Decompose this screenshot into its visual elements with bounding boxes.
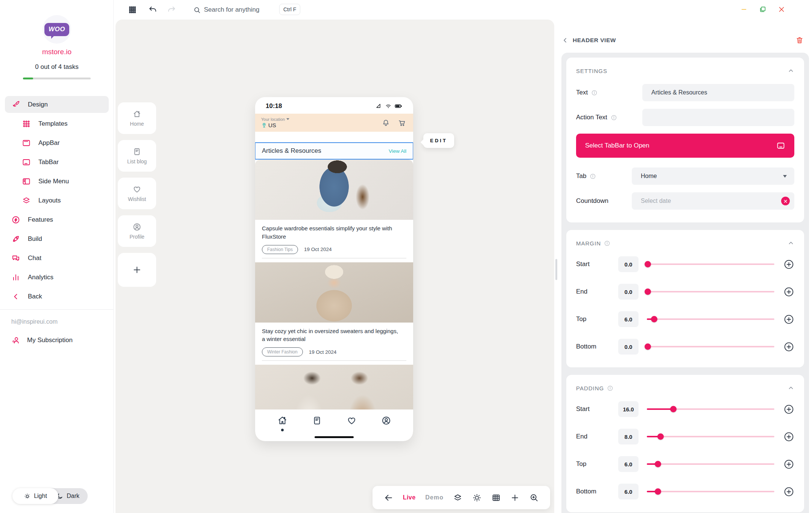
margin-start-slider[interactable] [647, 263, 774, 265]
workspace-name[interactable]: mstore.io [0, 48, 114, 56]
bell-icon[interactable] [382, 119, 390, 127]
tab-select[interactable]: Home [632, 167, 794, 185]
sidebar-item-design[interactable]: Design [0, 95, 114, 114]
trash-icon[interactable] [795, 36, 804, 44]
arrow-left-icon[interactable] [384, 493, 393, 502]
live-mode-button[interactable]: Live [403, 494, 416, 501]
panel-resize-handle[interactable] [555, 259, 557, 280]
slider-thumb[interactable] [645, 261, 651, 268]
theme-dark-label: Dark [67, 493, 79, 499]
close-icon[interactable] [777, 5, 786, 14]
slider-thumb[interactable] [645, 289, 651, 295]
plus-circle-icon[interactable] [783, 314, 794, 325]
sidebar-item-chat[interactable]: Chat [0, 248, 114, 268]
chevron-up-icon[interactable] [788, 385, 794, 391]
sidebar-item-my-subscription[interactable]: My Subscription [0, 331, 114, 349]
search-input[interactable]: Search for anything [204, 6, 259, 14]
phone-location-bar: Your location US [255, 114, 413, 132]
sidebar-item-appbar[interactable]: AppBar [0, 133, 114, 152]
design-canvas: Home List blog Wishlist Profile 10:18 [116, 20, 554, 513]
plus-circle-icon[interactable] [783, 486, 794, 497]
nav-wishlist-tab[interactable] [347, 416, 357, 426]
signal-icon [376, 103, 382, 110]
sidebar-item-layouts[interactable]: Layouts [0, 191, 114, 210]
nav-blog-tab[interactable] [312, 416, 322, 426]
home-indicator [315, 436, 354, 438]
margin-heading: MARGIN [576, 240, 601, 247]
minimize-icon[interactable] [740, 5, 748, 14]
margin-top-slider[interactable] [647, 318, 774, 320]
tab-field-label: Tab [576, 172, 586, 180]
padding-bottom-slider[interactable] [647, 491, 774, 492]
article-card[interactable]: Stay cozy yet chic in oversized sweaters… [255, 262, 413, 365]
text-field-input[interactable] [642, 84, 794, 101]
slider-thumb[interactable] [670, 406, 677, 413]
plus-circle-icon[interactable] [783, 259, 794, 270]
sidebar-item-features[interactable]: Features [0, 210, 114, 229]
padding-end-slider[interactable] [647, 436, 774, 437]
back-chevron-icon[interactable] [561, 37, 569, 44]
tasks-progress-bar [23, 78, 91, 79]
sidebar-item-side-menu[interactable]: Side Menu [0, 172, 114, 191]
plus-circle-icon[interactable] [783, 459, 794, 470]
slider-thumb[interactable] [655, 461, 661, 467]
header-view-widget[interactable]: Articles & Resources View All [255, 142, 413, 160]
sidebar-item-tabbar[interactable]: TabBar [0, 152, 114, 172]
padding-top-slider[interactable] [647, 463, 774, 465]
article-title: Stay cozy yet chic in oversized sweaters… [262, 327, 401, 344]
plus-circle-icon[interactable] [783, 286, 794, 297]
clear-date-icon[interactable]: ✕ [781, 197, 790, 206]
tab-select-value: Home [641, 173, 657, 180]
home-icon [277, 416, 287, 426]
palette-profile-button[interactable]: Profile [118, 215, 156, 247]
demo-mode-button[interactable]: Demo [425, 494, 443, 501]
chevron-down-icon [286, 118, 289, 122]
chevron-up-icon[interactable] [788, 67, 794, 74]
slider-thumb[interactable] [651, 316, 657, 323]
battery-icon [394, 102, 403, 110]
sidebar-item-build[interactable]: Build [0, 229, 114, 248]
undo-icon[interactable] [148, 5, 157, 14]
redo-icon[interactable] [167, 5, 176, 14]
sidebar-item-templates[interactable]: Templates [0, 114, 114, 133]
nav-home-tab[interactable] [277, 416, 287, 431]
workspace-logo: WOO [0, 15, 114, 44]
slider-thumb[interactable] [657, 434, 664, 440]
article-card[interactable]: Capsule wardrobe essentials simplify you… [255, 160, 413, 262]
nav-profile-tab[interactable] [381, 416, 391, 426]
palette-home-button[interactable]: Home [118, 102, 156, 134]
palette-wishlist-button[interactable]: Wishlist [118, 178, 156, 209]
sidebar-item-label: Design [28, 101, 48, 108]
margin-bottom-slider[interactable] [647, 346, 774, 347]
select-tabbar-button[interactable]: Select TabBar to Open [576, 134, 794, 158]
bolt-circle-icon [11, 215, 20, 224]
chevron-up-icon[interactable] [788, 240, 794, 247]
plus-circle-icon[interactable] [783, 341, 794, 352]
plus-circle-icon[interactable] [783, 404, 794, 415]
slider-thumb[interactable] [655, 489, 661, 495]
search-shortcut-badge: Ctrl F [279, 4, 300, 15]
theme-light-button[interactable]: Light [12, 488, 58, 504]
padding-start-slider[interactable] [647, 408, 774, 410]
brightness-icon[interactable] [472, 493, 482, 502]
slider-thumb[interactable] [645, 344, 651, 350]
sidebar-item-label: Chat [28, 254, 41, 262]
plus-icon[interactable] [510, 493, 520, 502]
zoom-in-icon[interactable] [529, 493, 539, 502]
margin-end-slider[interactable] [647, 291, 774, 292]
cart-icon[interactable] [398, 119, 406, 127]
sidebar-item-analytics[interactable]: Analytics [0, 268, 114, 287]
apps-grid-icon[interactable] [128, 5, 137, 14]
table-grid-icon[interactable] [491, 493, 501, 502]
layers-icon[interactable] [453, 493, 462, 502]
palette-list-blog-button[interactable]: List blog [118, 140, 156, 172]
sidebar-nav: Design Templates AppBar TabBar Side Menu… [0, 95, 114, 306]
palette-add-screen-button[interactable] [118, 253, 156, 287]
canvas-toolbar: Live Demo [373, 486, 550, 509]
restore-icon[interactable] [759, 5, 767, 14]
sidebar-item-back[interactable]: Back [0, 287, 114, 306]
margin-end-row: End 0.0 [576, 284, 794, 300]
action-text-field-input[interactable] [642, 109, 794, 126]
countdown-date-input[interactable] [632, 192, 794, 210]
plus-circle-icon[interactable] [783, 431, 794, 442]
